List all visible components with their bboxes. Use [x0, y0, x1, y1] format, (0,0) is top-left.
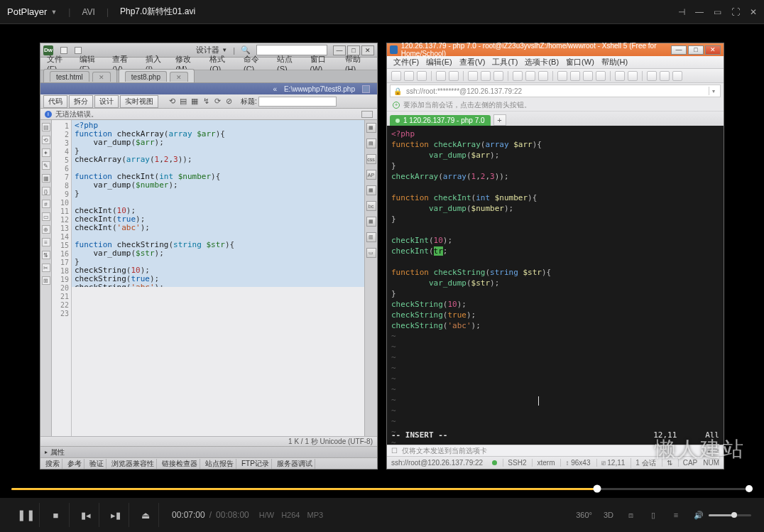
panel-icon[interactable]: ▥ — [366, 232, 376, 242]
panel-icon[interactable]: AP — [366, 170, 376, 180]
checkbox-icon[interactable]: ☐ — [391, 447, 398, 455]
tool-icon[interactable] — [583, 71, 593, 81]
save-icon[interactable] — [417, 71, 427, 81]
menu-help[interactable]: 帮助(H) — [599, 57, 630, 67]
gear-icon[interactable] — [75, 47, 82, 54]
tool-icon[interactable]: ⊕ — [42, 225, 50, 234]
tool-icon[interactable] — [596, 71, 606, 81]
playlist-icon[interactable]: ≡ — [670, 509, 682, 521]
progress-handle[interactable] — [593, 485, 601, 493]
panel-icon[interactable]: ▦ — [366, 123, 376, 133]
menu-icon[interactable]: ≡ — [715, 447, 719, 455]
panel-ftp-log[interactable]: FTP记录 — [239, 459, 272, 469]
panel-icon[interactable]: ▭ — [366, 248, 376, 258]
terminal[interactable]: <?php function checkArray(array $arr){ v… — [387, 126, 724, 445]
pin-icon[interactable]: ⊣ — [678, 7, 685, 17]
plus-icon[interactable]: + — [393, 102, 400, 109]
progress-bar[interactable] — [11, 485, 753, 492]
menu-edit[interactable]: 编辑(E) — [424, 57, 454, 67]
tab-test8-php[interactable]: test8.php✕ — [119, 69, 195, 82]
panel-link-checker[interactable]: 链接检查器 — [160, 459, 200, 469]
close-icon[interactable]: ✕ — [750, 7, 757, 17]
view-split-button[interactable]: 拆分 — [69, 95, 93, 108]
panel-reference[interactable]: 参考 — [65, 459, 84, 469]
tool-icon[interactable]: ↯ — [201, 97, 211, 107]
menu-file[interactable]: 文件(F) — [391, 57, 421, 67]
volume-control[interactable]: 🔊 — [693, 509, 751, 521]
close-icon[interactable]: ✕ — [705, 45, 721, 55]
color-icon[interactable] — [525, 71, 535, 81]
font-icon[interactable] — [513, 71, 523, 81]
minimize-icon[interactable]: ― — [671, 45, 687, 55]
maximize-icon[interactable]: □ — [688, 45, 704, 55]
tool-icon[interactable] — [647, 71, 657, 81]
tool-icon[interactable]: ⇅ — [42, 251, 50, 259]
reconnect-icon[interactable] — [436, 71, 446, 81]
stop-button[interactable]: ■ — [43, 503, 70, 527]
tool-icon[interactable]: ▭ — [42, 212, 50, 221]
terminal-tab[interactable]: 1 120.26.137.79 - php 7.0 — [390, 115, 491, 126]
panel-search[interactable]: 搜索 — [43, 459, 62, 469]
next-button[interactable]: ▸▮ — [102, 503, 129, 527]
chevron-down-icon[interactable]: ▾ — [709, 87, 717, 95]
layout-icon[interactable] — [60, 47, 67, 54]
help-icon[interactable] — [672, 71, 682, 81]
panel-icon[interactable]: ▤ — [366, 139, 376, 148]
menu-tabs[interactable]: 选项卡(B) — [523, 57, 561, 67]
tool-icon[interactable]: ⟲ — [167, 97, 177, 107]
panel-icon[interactable]: bc — [366, 201, 376, 211]
disconnect-icon[interactable] — [449, 71, 459, 81]
eject-button[interactable]: ⏏ — [132, 503, 159, 527]
capture-icon[interactable]: ⧈ — [625, 509, 636, 521]
tab-test-html[interactable]: test.html✕ — [43, 69, 117, 82]
tool-icon[interactable]: ▤ — [42, 123, 50, 131]
tool-icon[interactable]: ⊘ — [224, 97, 234, 107]
player-app-menu[interactable]: PotPlayer ▼ — [7, 6, 57, 17]
minimize-icon[interactable]: ― — [695, 7, 704, 17]
tool-icon[interactable]: ✎ — [42, 161, 50, 170]
close-icon[interactable]: ✕ — [92, 72, 111, 82]
view-design-button[interactable]: 设计 — [94, 95, 119, 108]
panel-server-debug[interactable]: 服务器调试 — [275, 459, 315, 469]
menu-view[interactable]: 查看(V) — [457, 57, 488, 67]
tool-icon[interactable]: ⟳ — [212, 97, 222, 107]
panel-icon[interactable]: ▦ — [366, 185, 376, 195]
tool-icon[interactable] — [538, 71, 548, 81]
toggle-button[interactable] — [361, 111, 373, 118]
find-icon[interactable] — [493, 71, 503, 81]
tool-icon[interactable]: ⟲ — [42, 136, 50, 144]
volume-slider[interactable] — [709, 514, 751, 516]
tool-icon[interactable] — [615, 71, 625, 81]
tool-icon[interactable] — [557, 71, 567, 81]
view-live-button[interactable]: 实时视图 — [120, 95, 158, 108]
menu-tools[interactable]: 工具(T) — [490, 57, 520, 67]
view-code-button[interactable]: 代码 — [43, 95, 67, 108]
fullscreen-icon[interactable]: ⛶ — [731, 7, 740, 17]
chevron-down-icon[interactable]: ▾ — [707, 447, 711, 455]
volume-icon[interactable]: 🔊 — [693, 509, 704, 521]
pause-button[interactable]: ❚❚ — [13, 503, 40, 527]
panel-browser-compat[interactable]: 浏览器兼容性 — [109, 459, 157, 469]
tool-icon[interactable] — [628, 71, 638, 81]
restore-icon[interactable]: ▭ — [714, 7, 721, 17]
new-session-icon[interactable] — [391, 71, 401, 81]
panel-validate[interactable]: 验证 — [87, 459, 107, 469]
new-tab-button[interactable]: + — [493, 114, 506, 126]
menu-window[interactable]: 窗口(W) — [564, 57, 596, 67]
title-input[interactable] — [258, 97, 337, 107]
properties-panel-header[interactable]: ▸ 属性 — [40, 446, 377, 457]
open-icon[interactable] — [404, 71, 414, 81]
tool-icon[interactable]: ✂ — [42, 264, 50, 272]
prev-button[interactable]: ▮◂ — [72, 503, 99, 527]
tool-icon[interactable]: ▦ — [190, 97, 200, 107]
tool-icon[interactable]: ▦ — [42, 174, 50, 183]
tool-icon[interactable]: ▤ — [178, 97, 188, 107]
chevron-left-icon[interactable]: « — [273, 85, 277, 93]
tool-icon[interactable]: ✦ — [42, 148, 50, 157]
bookmark-icon[interactable]: ▯ — [648, 509, 659, 521]
tool-icon[interactable]: ≡ — [42, 238, 50, 246]
code-editor[interactable]: <?php function checkArray(array $arr){ v… — [72, 120, 364, 436]
panel-site-reports[interactable]: 站点报告 — [203, 459, 236, 469]
close-icon[interactable]: ✕ — [170, 72, 188, 82]
3d-button[interactable]: 3D — [604, 511, 613, 519]
